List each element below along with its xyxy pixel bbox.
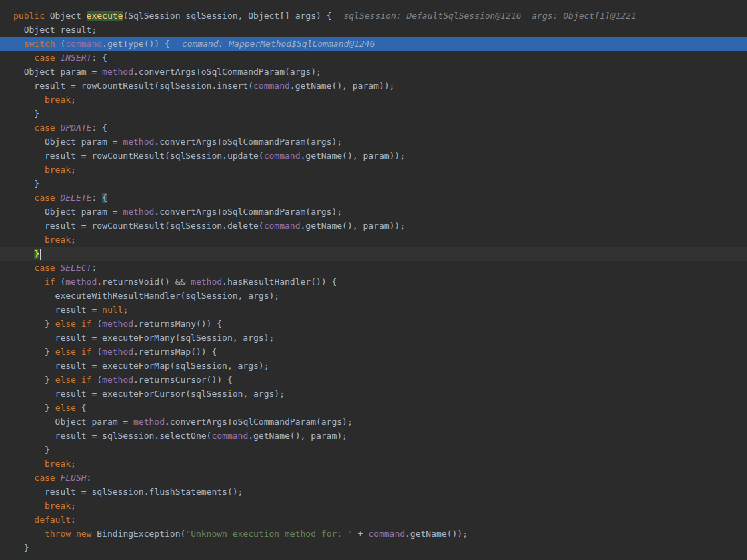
code-token: method xyxy=(191,277,222,287)
code-token: ( xyxy=(91,347,102,357)
code-line[interactable]: result = null; xyxy=(0,303,747,317)
code-line[interactable]: default: xyxy=(0,513,747,527)
code-line[interactable]: case FLUSH: xyxy=(0,471,747,485)
code-token: method xyxy=(123,137,154,147)
debugger-inline-hint: command: MapperMethod$SqlCommand@1246 xyxy=(182,39,376,49)
code-token: result = xyxy=(13,305,102,315)
code-token: DELETE xyxy=(60,193,91,203)
code-token: Object param = xyxy=(13,137,123,147)
code-token xyxy=(13,249,34,259)
code-token: break xyxy=(45,165,71,175)
code-token: case xyxy=(34,263,55,273)
code-token: .getName()); xyxy=(405,529,468,539)
code-token: result = rowCountResult(sqlSession.updat… xyxy=(13,151,264,161)
code-line[interactable]: } xyxy=(0,541,747,555)
code-token: .getType()) { xyxy=(102,39,170,49)
code-token: if xyxy=(45,277,55,287)
code-line[interactable]: case SELECT: xyxy=(0,261,747,275)
code-token: method xyxy=(102,375,133,385)
code-line[interactable]: } xyxy=(0,107,747,121)
code-token: } xyxy=(13,403,55,413)
code-line[interactable]: result = rowCountResult(sqlSession.updat… xyxy=(0,149,747,163)
code-line[interactable]: case INSERT: { xyxy=(0,51,747,65)
code-token: : xyxy=(87,473,92,483)
code-line[interactable]: break; xyxy=(0,93,747,107)
code-line[interactable]: executeWithResultHandler(sqlSession, arg… xyxy=(0,289,747,303)
code-token: } xyxy=(13,109,39,119)
code-token: method xyxy=(102,67,133,77)
code-area[interactable]: public Object execute(SqlSession sqlSess… xyxy=(0,0,747,555)
code-line[interactable]: Object param = method.convertArgsToSqlCo… xyxy=(0,205,747,219)
code-token: break xyxy=(45,235,71,245)
code-token: } xyxy=(13,445,50,455)
code-token: } xyxy=(13,375,55,385)
code-line[interactable]: } xyxy=(0,247,747,261)
code-line[interactable]: break; xyxy=(0,457,747,471)
code-token: throw new xyxy=(45,529,91,539)
code-line[interactable]: result = executeForMany(sqlSession, args… xyxy=(0,331,747,345)
code-token xyxy=(13,193,34,203)
code-token xyxy=(13,95,45,105)
code-token: } xyxy=(13,543,29,553)
code-token: .getName(), param); xyxy=(248,431,347,441)
code-line[interactable]: break; xyxy=(0,233,747,247)
code-token: .returnsCursor()) { xyxy=(133,375,233,385)
code-token: : { xyxy=(91,53,107,63)
code-token: Object xyxy=(45,11,87,21)
code-token: Object result; xyxy=(13,25,97,35)
code-token xyxy=(13,515,34,525)
code-line[interactable]: } xyxy=(0,443,747,457)
code-token: result = rowCountResult(sqlSession.inser… xyxy=(13,81,253,91)
code-token: result = sqlSession.flushStatements(); xyxy=(13,487,243,497)
code-token xyxy=(13,277,45,287)
code-line[interactable]: Object param = method.convertArgsToSqlCo… xyxy=(0,415,747,429)
code-token: break xyxy=(45,501,71,511)
code-token xyxy=(13,235,45,245)
code-token: switch xyxy=(24,39,55,49)
code-line[interactable]: Object result; xyxy=(0,23,747,37)
code-token xyxy=(13,529,45,539)
code-token xyxy=(13,165,45,175)
code-token: .convertArgsToSqlCommandParam(args); xyxy=(165,417,353,427)
code-line[interactable]: } else if (method.returnsCursor()) { xyxy=(0,373,747,387)
code-line[interactable]: throw new BindingException("Unknown exec… xyxy=(0,527,747,541)
code-line[interactable]: } else { xyxy=(0,401,747,415)
code-line[interactable]: Object param = method.convertArgsToSqlCo… xyxy=(0,65,747,79)
code-editor[interactable]: public Object execute(SqlSession sqlSess… xyxy=(0,0,747,560)
code-token: ( xyxy=(91,319,102,329)
code-token xyxy=(13,459,45,469)
code-token: ; xyxy=(71,235,76,245)
code-line[interactable]: result = executeForMap(sqlSession, args)… xyxy=(0,359,747,373)
code-token: command xyxy=(264,151,301,161)
code-token: command xyxy=(253,81,290,91)
code-token xyxy=(13,53,34,63)
code-line[interactable]: result = rowCountResult(sqlSession.delet… xyxy=(0,219,747,233)
code-token xyxy=(13,123,34,133)
code-token: command xyxy=(65,39,102,49)
code-line[interactable]: case DELETE: { xyxy=(0,191,747,205)
code-line[interactable]: result = sqlSession.selectOne(command.ge… xyxy=(0,429,747,443)
code-line[interactable]: result = executeForCursor(sqlSession, ar… xyxy=(0,387,747,401)
code-token: result = executeForCursor(sqlSession, ar… xyxy=(13,389,285,399)
code-line[interactable]: break; xyxy=(0,499,747,513)
code-line[interactable]: Object param = method.convertArgsToSqlCo… xyxy=(0,135,747,149)
code-line[interactable]: } xyxy=(0,177,747,191)
code-token: .convertArgsToSqlCommandParam(args); xyxy=(154,207,342,217)
code-token: .getName(), param)); xyxy=(300,221,405,231)
code-token: + xyxy=(353,529,368,539)
code-token: : xyxy=(91,193,102,203)
code-line[interactable]: } else if (method.returnsMany()) { xyxy=(0,317,747,331)
code-token: "Unknown execution method for: " xyxy=(185,529,352,539)
code-line-execution-point[interactable]: switch (command.getType()) {command: Map… xyxy=(0,37,747,51)
code-line[interactable]: break; xyxy=(0,163,747,177)
code-line[interactable]: case UPDATE: { xyxy=(0,121,747,135)
code-line[interactable]: result = rowCountResult(sqlSession.inser… xyxy=(0,79,747,93)
code-line[interactable]: public Object execute(SqlSession sqlSess… xyxy=(0,9,747,23)
code-token: Object param = xyxy=(13,207,123,217)
code-token: ( xyxy=(55,39,66,49)
code-token: { xyxy=(102,193,107,203)
code-token: method xyxy=(102,347,133,357)
code-line[interactable]: result = sqlSession.flushStatements(); xyxy=(0,485,747,499)
code-line[interactable]: } else if (method.returnsMap()) { xyxy=(0,345,747,359)
code-line[interactable]: if (method.returnsVoid() && method.hasRe… xyxy=(0,275,747,289)
